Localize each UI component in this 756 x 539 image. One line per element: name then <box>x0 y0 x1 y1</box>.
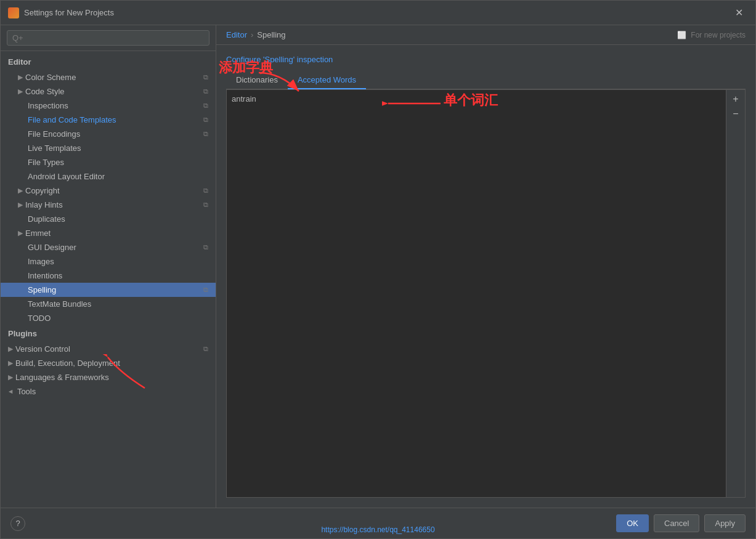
tab-accepted-words[interactable]: Accepted Words <box>288 71 366 89</box>
sidebar: Editor ▶ Color Scheme ⧉ ▶ Code Style ⧉ <box>1 25 216 508</box>
sidebar-label-build-execution: Build, Execution, Deployment <box>15 359 120 368</box>
sidebar-label-emmet: Emmet <box>25 229 51 238</box>
search-input[interactable] <box>7 30 209 46</box>
arrow-icon: ▼ <box>7 388 15 395</box>
sidebar-item-emmet[interactable]: ▶ Emmet <box>1 226 216 240</box>
sidebar-label-android-layout-editor: Android Layout Editor <box>28 172 105 181</box>
remove-word-button[interactable]: − <box>729 107 742 121</box>
sidebar-item-code-style[interactable]: ▶ Code Style ⧉ <box>1 84 216 99</box>
window-title: Settings for New Projects <box>24 8 730 17</box>
sidebar-label-inspections: Inspections <box>28 101 68 110</box>
content-area: Editor ▶ Color Scheme ⧉ ▶ Code Style ⧉ <box>1 25 755 508</box>
copy-icon: ⧉ <box>203 102 208 110</box>
sidebar-label-file-encodings: File Encodings <box>28 129 80 139</box>
sidebar-tree: Editor ▶ Color Scheme ⧉ ▶ Code Style ⧉ <box>1 51 216 508</box>
sidebar-item-tools[interactable]: ▼ Tools <box>1 384 216 399</box>
arrow-icon: ▶ <box>8 345 13 353</box>
copy-icon: ⧉ <box>203 187 208 195</box>
tab-dictionaries[interactable]: Dictionaries <box>226 71 288 89</box>
breadcrumb-current: Spelling <box>257 30 285 39</box>
copy-icon: ⧉ <box>203 87 208 95</box>
spelling-panel: Configure 'Spelling' inspection Dictiona… <box>216 45 755 508</box>
help-button[interactable]: ? <box>10 516 25 531</box>
arrow-icon: ▶ <box>18 187 23 195</box>
tabs-row: Dictionaries Accepted Words <box>226 71 746 89</box>
sidebar-item-textmate-bundles[interactable]: TextMate Bundles <box>1 297 216 311</box>
sidebar-label-version-control: Version Control <box>15 344 70 354</box>
sidebar-label-file-types: File Types <box>28 158 64 167</box>
breadcrumb-info: ⬜ For new projects <box>677 31 746 39</box>
arrow-icon: ▶ <box>18 87 23 95</box>
list-actions: + − <box>726 89 746 498</box>
configure-inspection-link[interactable]: Configure 'Spelling' inspection <box>226 55 746 64</box>
sidebar-item-gui-designer[interactable]: GUI Designer ⧉ <box>1 240 216 254</box>
copy-icon: ⧉ <box>203 243 208 251</box>
sidebar-label-duplicates: Duplicates <box>28 214 65 224</box>
add-word-button[interactable]: + <box>729 92 742 106</box>
sidebar-label-code-style: Code Style <box>25 87 65 96</box>
copy-icon: ⧉ <box>203 73 208 81</box>
arrow-icon: ▶ <box>18 229 23 237</box>
breadcrumb-parent[interactable]: Editor <box>226 30 247 39</box>
search-box <box>1 25 216 51</box>
settings-window: Settings for New Projects ✕ Editor ▶ Col… <box>0 0 756 539</box>
copy-icon: ⧉ <box>203 130 208 138</box>
sidebar-item-file-encodings[interactable]: File Encodings ⧉ <box>1 127 216 141</box>
sidebar-section-editor: Editor <box>1 54 216 70</box>
content-panel: antrain + − <box>226 89 746 498</box>
sidebar-label-file-code-templates: File and Code Templates <box>28 115 116 124</box>
sidebar-item-file-types[interactable]: File Types <box>1 155 216 169</box>
sidebar-label-spelling: Spelling <box>28 285 56 294</box>
sidebar-label-inlay-hints: Inlay Hints <box>25 200 63 209</box>
sidebar-label-intentions: Intentions <box>28 271 62 280</box>
sidebar-item-inlay-hints[interactable]: ▶ Inlay Hints ⧉ <box>1 198 216 212</box>
main-content: Editor › Spelling ⬜ For new projects Con… <box>216 25 755 508</box>
sidebar-item-build-execution[interactable]: ▶ Build, Execution, Deployment <box>1 356 216 370</box>
sidebar-label-tools: Tools <box>17 387 36 396</box>
breadcrumb-separator: › <box>251 30 253 39</box>
sidebar-item-android-layout-editor[interactable]: Android Layout Editor <box>1 169 216 184</box>
sidebar-label-textmate-bundles: TextMate Bundles <box>28 299 91 309</box>
copy-icon: ⧉ <box>203 286 208 294</box>
sidebar-item-live-templates[interactable]: Live Templates <box>1 141 216 155</box>
titlebar: Settings for New Projects ✕ <box>1 1 755 25</box>
sidebar-item-todo[interactable]: TODO <box>1 311 216 325</box>
sidebar-label-gui-designer: GUI Designer <box>28 243 76 252</box>
app-icon <box>8 7 19 18</box>
copy-icon: ⧉ <box>203 345 208 353</box>
sidebar-item-languages-frameworks[interactable]: ▶ Languages & Frameworks <box>1 370 216 384</box>
sidebar-item-version-control[interactable]: ▶ Version Control ⧉ <box>1 342 216 356</box>
sidebar-label-live-templates: Live Templates <box>28 144 81 153</box>
cancel-button[interactable]: Cancel <box>654 514 699 532</box>
sidebar-item-images[interactable]: Images <box>1 254 216 269</box>
sidebar-label-copyright: Copyright <box>25 186 60 195</box>
sidebar-label-images: Images <box>28 257 54 266</box>
words-list: antrain <box>226 89 726 498</box>
sidebar-label-languages-frameworks: Languages & Frameworks <box>15 373 109 382</box>
arrow-icon: ▶ <box>18 201 23 209</box>
bottom-bar: ? OK Cancel Apply <box>1 508 755 538</box>
arrow-icon: ▶ <box>8 373 13 381</box>
breadcrumb-bar: Editor › Spelling ⬜ For new projects <box>216 25 755 45</box>
close-button[interactable]: ✕ <box>730 4 748 21</box>
sidebar-item-file-code-templates[interactable]: File and Code Templates ⧉ <box>1 113 216 127</box>
sidebar-item-intentions[interactable]: Intentions <box>1 269 216 283</box>
sidebar-item-duplicates[interactable]: Duplicates <box>1 212 216 226</box>
sidebar-label-color-scheme: Color Scheme <box>25 73 76 82</box>
sidebar-item-inspections[interactable]: Inspections ⧉ <box>1 99 216 113</box>
sidebar-section-plugins: Plugins <box>1 325 216 342</box>
sidebar-item-spelling[interactable]: Spelling ⧉ <box>1 283 216 297</box>
apply-button[interactable]: Apply <box>704 514 746 532</box>
arrow-icon: ▶ <box>8 359 13 367</box>
ok-button[interactable]: OK <box>616 514 649 532</box>
arrow-icon: ▶ <box>18 73 23 81</box>
sidebar-item-copyright[interactable]: ▶ Copyright ⧉ <box>1 184 216 198</box>
sidebar-item-color-scheme[interactable]: ▶ Color Scheme ⧉ <box>1 70 216 84</box>
copy-icon: ⧉ <box>203 201 208 209</box>
word-item: antrain <box>227 92 726 105</box>
copy-icon: ⧉ <box>203 116 208 124</box>
sidebar-label-todo: TODO <box>28 314 51 323</box>
